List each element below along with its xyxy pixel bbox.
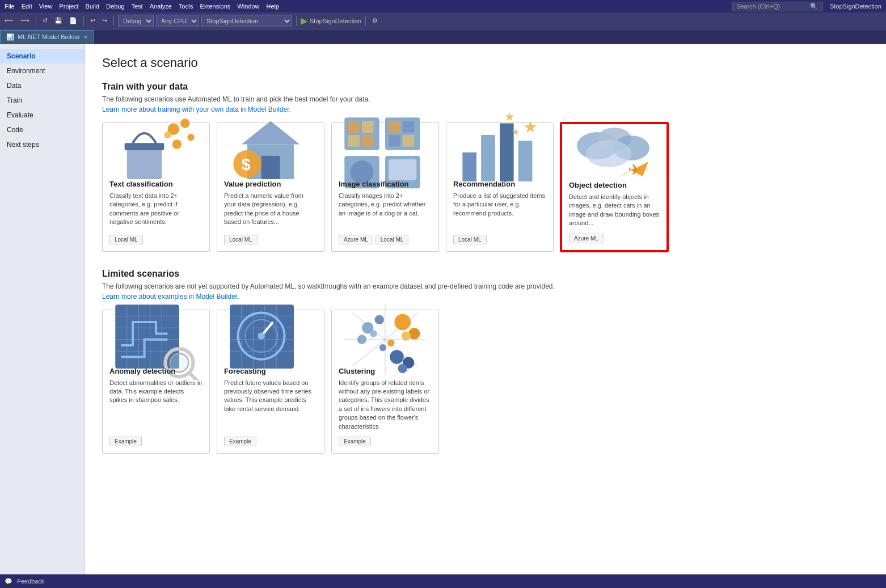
card-img-clustering — [339, 317, 432, 362]
svg-rect-1 — [125, 143, 164, 150]
project-select[interactable]: StopSignDetection — [201, 15, 292, 27]
train-cards-grid: Text classification Classify text data i… — [102, 122, 869, 252]
menu-analyze[interactable]: Analyze — [150, 3, 172, 10]
settings-button[interactable]: ⚙ — [370, 16, 380, 26]
sidebar-item-scenario[interactable]: Scenario — [0, 49, 85, 64]
tab-close-button[interactable]: ✕ — [83, 34, 88, 40]
search-box[interactable]: 🔍 — [732, 2, 823, 11]
run-label: StopSignDetection — [310, 18, 361, 24]
menu-extensions[interactable]: Extensions — [200, 3, 231, 10]
card-text-classification[interactable]: Text classification Classify text data i… — [102, 122, 210, 252]
card-forecasting[interactable]: Forecasting Predict future values based … — [217, 310, 324, 454]
card-anomaly-detection[interactable]: Anomaly detection Detect abnormalities o… — [102, 310, 210, 454]
redo-button[interactable]: ↪ — [100, 16, 109, 26]
run-button[interactable]: ▶ StopSignDetection — [301, 15, 361, 26]
save-button[interactable]: 💾 — [52, 16, 65, 26]
limited-section: Limited scenarios The following scenario… — [102, 269, 869, 454]
svg-rect-29 — [518, 141, 533, 182]
svg-point-73 — [402, 331, 411, 340]
menu-build[interactable]: Build — [86, 3, 99, 10]
card-img-forecasting — [224, 317, 317, 362]
svg-point-4 — [187, 134, 194, 141]
menu-project[interactable]: Project — [59, 3, 78, 10]
card-tags-anomaly-detection: Example — [109, 437, 202, 446]
menu-test[interactable]: Test — [132, 3, 143, 10]
card-img-object-detection: ✈ — [569, 131, 660, 176]
menu-file[interactable]: File — [5, 3, 15, 10]
card-desc-image-classification: Classify images into 2+ categories, e.g.… — [339, 192, 432, 229]
card-desc-clustering: Identify groups of related items without… — [339, 379, 432, 431]
menu-view[interactable]: View — [39, 3, 53, 10]
limited-cards-grid: Anomaly detection Detect abnormalities o… — [102, 310, 869, 454]
tag-local-ml-2: Local ML — [224, 235, 258, 244]
svg-rect-0 — [127, 147, 162, 179]
card-img-recommendation: ★ ★ ★ — [453, 130, 546, 175]
new-file-button[interactable]: 📄 — [67, 16, 79, 26]
search-input[interactable] — [736, 3, 810, 10]
card-tags-text-classification: Local ML — [109, 235, 202, 244]
limited-section-desc: The following scenarios are not yet supp… — [102, 282, 869, 290]
refresh-button[interactable]: ↺ — [40, 16, 50, 26]
card-desc-forecasting: Predict future values based on previousl… — [224, 379, 317, 431]
card-object-detection[interactable]: ✈ Object detection Detect and identify o… — [560, 122, 668, 252]
card-clustering[interactable]: Clustering Identify groups of related it… — [331, 310, 439, 454]
limited-section-link[interactable]: Learn more about examples in Model Build… — [102, 293, 869, 301]
card-name-recommendation: Recommendation — [453, 180, 546, 188]
svg-point-70 — [370, 330, 377, 337]
menu-debug[interactable]: Debug — [106, 3, 124, 10]
tag-example-3: Example — [339, 437, 371, 446]
train-section-desc: The following scenarios use Automated ML… — [102, 95, 869, 103]
svg-rect-9 — [261, 156, 280, 179]
svg-rect-16 — [362, 135, 374, 147]
menu-help[interactable]: Help — [266, 3, 279, 10]
svg-rect-19 — [403, 121, 415, 133]
toolbar: ⟵ ⟶ ↺ 💾 📄 ↩ ↪ Debug Any CPU StopSignDete… — [0, 12, 886, 29]
card-tags-forecasting: Example — [224, 437, 317, 446]
card-recommendation[interactable]: ★ ★ ★ Recommendation Produce a list of s… — [446, 122, 554, 252]
svg-text:✈: ✈ — [628, 161, 641, 179]
sidebar-item-nextsteps[interactable]: Next steps — [0, 137, 85, 152]
tab-label: ML.NET Model Builder — [18, 33, 80, 40]
undo-button[interactable]: ↩ — [88, 16, 98, 26]
sidebar-item-evaluate[interactable]: Evaluate — [0, 108, 85, 122]
tag-local-ml-4: Local ML — [453, 235, 487, 244]
tag-local-ml-3: Local ML — [376, 235, 409, 244]
svg-point-3 — [180, 119, 189, 128]
limited-section-title: Limited scenarios — [102, 269, 869, 279]
menu-tools[interactable]: Tools — [179, 3, 193, 10]
model-builder-tab[interactable]: 📊 ML.NET Model Builder ✕ — [0, 30, 94, 44]
sep-5 — [365, 16, 366, 26]
forward-button[interactable]: ⟶ — [18, 16, 32, 26]
card-name-anomaly-detection: Anomaly detection — [109, 367, 202, 375]
menu-edit[interactable]: Edit — [22, 3, 32, 10]
svg-rect-25 — [389, 159, 416, 180]
card-value-prediction[interactable]: $ Value prediction Predict a numeric val… — [217, 122, 324, 252]
menu-bar[interactable]: File Edit View Project Build Debug Test … — [5, 3, 279, 10]
svg-rect-13 — [348, 121, 360, 133]
svg-point-74 — [390, 350, 404, 364]
debug-mode-select[interactable]: Debug — [118, 15, 154, 27]
sidebar: Scenario Environment Data Train Evaluate… — [0, 44, 85, 574]
card-img-value-prediction: $ — [224, 130, 317, 175]
sidebar-item-data[interactable]: Data — [0, 78, 85, 93]
sidebar-item-code[interactable]: Code — [0, 122, 85, 137]
cpu-mode-select[interactable]: Any CPU — [156, 15, 199, 27]
svg-rect-27 — [481, 135, 495, 181]
card-name-clustering: Clustering — [339, 367, 432, 375]
card-desc-anomaly-detection: Detect abnormalities or outliers in data… — [109, 379, 202, 431]
tag-azure-ml: Azure ML — [339, 235, 373, 244]
svg-marker-7 — [242, 121, 300, 145]
main-layout: Scenario Environment Data Train Evaluate… — [0, 44, 886, 574]
sidebar-item-environment[interactable]: Environment — [0, 64, 85, 78]
tag-example-2: Example — [224, 437, 256, 446]
card-image-classification[interactable]: Image classification Classify images int… — [331, 122, 439, 252]
menu-window[interactable]: Window — [237, 3, 259, 10]
svg-rect-21 — [403, 135, 415, 147]
svg-text:★: ★ — [523, 118, 538, 136]
search-icon: 🔍 — [810, 3, 818, 10]
sidebar-item-train[interactable]: Train — [0, 93, 85, 108]
card-desc-value-prediction: Predict a numeric value from your data (… — [224, 192, 317, 229]
svg-point-77 — [379, 344, 386, 351]
svg-point-6 — [164, 132, 171, 138]
back-button[interactable]: ⟵ — [2, 16, 16, 26]
